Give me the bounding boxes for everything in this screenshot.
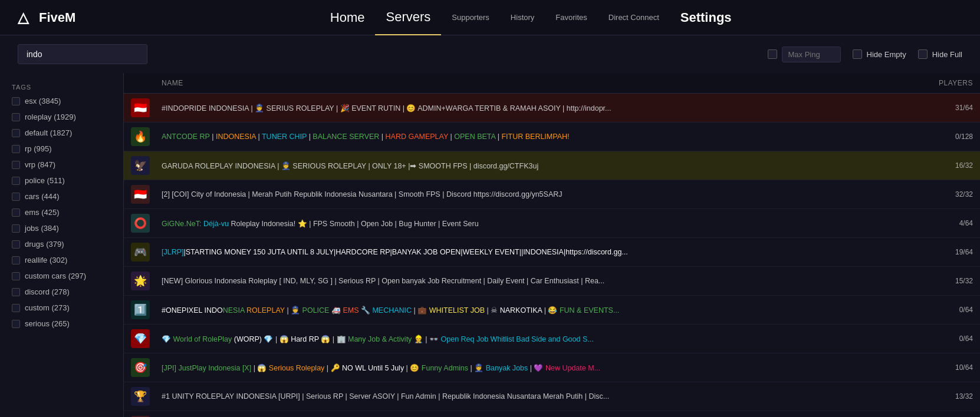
sidebar-checkbox[interactable] — [12, 288, 20, 296]
server-table: name players 🇮🇩 #INDOPRIDE INDONESIA | 👮… — [124, 73, 980, 417]
max-ping-input[interactable] — [782, 47, 841, 62]
sidebar-item[interactable]: reallife (302) — [0, 252, 123, 268]
col-icon — [131, 79, 154, 87]
server-players: 13/32 — [920, 392, 973, 401]
nav-servers[interactable]: Servers — [375, 0, 441, 35]
sidebar-item[interactable]: cars (444) — [0, 188, 123, 204]
max-ping-filter — [768, 47, 841, 62]
sidebar-item-label: jobs (384) — [25, 224, 59, 233]
sidebar-item-label: discord (278) — [25, 287, 70, 296]
sidebar-item[interactable]: custom cars (297) — [0, 268, 123, 284]
sidebar-checkbox[interactable] — [12, 320, 20, 328]
sidebar-header: tags — [0, 79, 123, 93]
server-players: 32/32 — [920, 190, 973, 198]
filter-group: Hide Empty Hide Full — [768, 47, 963, 62]
sidebar-checkbox[interactable] — [12, 304, 20, 312]
sidebar-item[interactable]: default (1827) — [0, 125, 123, 141]
logo: △ FiveM — [18, 9, 75, 26]
sidebar-item[interactable]: rp (995) — [0, 141, 123, 157]
table-row[interactable]: 🌟 [NEW] Glorious Indonesia Roleplay [ IN… — [124, 267, 980, 296]
sidebar-checkbox[interactable] — [12, 145, 20, 153]
sidebar-checkbox[interactable] — [12, 224, 20, 233]
server-name: [JPI] JustPlay Indonesia [X] | 😱 Serious… — [154, 363, 920, 372]
nav-settings[interactable]: Settings — [670, 0, 742, 35]
sidebar-item[interactable]: ems (425) — [0, 204, 123, 220]
server-name: #ONEPIXEL INDONESIA ROLEPLAY | 👮 POLICE … — [154, 306, 920, 315]
table-row[interactable]: 🦅 GARUDA ROLEPLAY INDONESIA | 👮 SERIOUS … — [124, 151, 980, 180]
table-row[interactable]: 💎 💎 World of RolePlay (WORP) 💎 | 😱 Hard … — [124, 325, 980, 353]
sidebar-checkbox[interactable] — [12, 272, 20, 280]
sidebar-item-label: vrp (847) — [25, 160, 55, 169]
server-name: #1 UNITY ROLEPLAY INDONESIA [URPI] | Ser… — [154, 392, 920, 401]
sidebar-item[interactable]: drugs (379) — [0, 236, 123, 252]
table-row[interactable]: 🇮🇩 #INDOPRIDE INDONESIA | 👮 SERIUS ROLEP… — [124, 94, 980, 123]
sidebar-checkbox[interactable] — [12, 256, 20, 264]
nav-history[interactable]: History — [500, 0, 545, 35]
header: △ FiveM Home Servers Supporters History … — [0, 0, 980, 35]
sidebar-item-label: serious (265) — [25, 319, 70, 328]
nav-home[interactable]: Home — [320, 0, 376, 35]
sidebar-item[interactable]: police (511) — [0, 173, 123, 188]
main-content: tags esx (3845)roleplay (1929)default (1… — [0, 73, 980, 417]
server-icon: 🔥 — [131, 127, 150, 146]
server-players: 0/64 — [920, 306, 973, 314]
server-icon: 🇮🇩 — [131, 98, 150, 117]
server-name: GARUDA ROLEPLAY INDONESIA | 👮 SERIOUS RO… — [154, 161, 920, 170]
server-icon: 🎮 — [131, 243, 150, 262]
nav-supporters[interactable]: Supporters — [441, 0, 500, 35]
server-players: 15/32 — [920, 277, 973, 285]
table-row[interactable]: ⭕ GiGNe.NeT: Déjà-vu Roleplay Indonesia!… — [124, 209, 980, 238]
table-row[interactable]: 🔥 ANTCODE RP | INDONESIA | TUNER CHIP | … — [124, 123, 980, 151]
sidebar-checkbox[interactable] — [12, 193, 20, 201]
table-row[interactable]: 1️⃣ #ONEPIXEL INDONESIA ROLEPLAY | 👮 POL… — [124, 296, 980, 325]
table-row[interactable]: 🇮🇩 NUSANTARA ROLEPLAY | NON-WHITELIST - … — [124, 411, 980, 417]
sidebar-item[interactable]: jobs (384) — [0, 220, 123, 236]
server-players: 0/64 — [920, 335, 973, 343]
server-players: 4/64 — [920, 219, 973, 227]
sidebar-checkbox[interactable] — [12, 97, 20, 105]
sidebar-item-label: esx (3845) — [25, 97, 61, 105]
hide-empty-label: Hide Empty — [867, 50, 906, 59]
sidebar-item-label: roleplay (1929) — [25, 112, 76, 121]
server-players: 10/64 — [920, 363, 973, 372]
server-name: GiGNe.NeT: Déjà-vu Roleplay Indonesia! ⭐… — [154, 219, 920, 228]
sidebar-checkbox[interactable] — [12, 240, 20, 249]
main-nav: Home Servers Supporters History Favorite… — [99, 0, 962, 35]
hide-empty-checkbox[interactable] — [853, 49, 862, 59]
hide-full-checkbox[interactable] — [918, 49, 928, 59]
server-icon: 🌟 — [131, 272, 150, 290]
sidebar: tags esx (3845)roleplay (1929)default (1… — [0, 73, 124, 417]
sidebar-item-label: custom cars (297) — [25, 272, 86, 280]
search-input[interactable]: indo — [18, 44, 147, 64]
server-players: 0/128 — [920, 133, 973, 141]
sidebar-checkbox[interactable] — [12, 208, 20, 217]
server-icon: 🦅 — [131, 156, 150, 175]
sidebar-checkbox[interactable] — [12, 129, 20, 137]
table-row[interactable]: 🏆 #1 UNITY ROLEPLAY INDONESIA [URPI] | S… — [124, 382, 980, 411]
server-icon: 1️⃣ — [131, 300, 150, 319]
sidebar-item[interactable]: serious (265) — [0, 316, 123, 332]
table-row[interactable]: 🎯 [JPI] JustPlay Indonesia [X] | 😱 Serio… — [124, 353, 980, 382]
col-players: players — [920, 79, 973, 87]
sidebar-item[interactable]: custom (273) — [0, 300, 123, 316]
max-ping-checkbox[interactable] — [768, 49, 777, 59]
sidebar-checkbox[interactable] — [12, 177, 20, 185]
hide-empty-filter: Hide Empty — [853, 49, 906, 59]
sidebar-item[interactable]: vrp (847) — [0, 157, 123, 173]
server-icon: ⭕ — [131, 214, 150, 233]
server-name: ANTCODE RP | INDONESIA | TUNER CHIP | BA… — [154, 133, 920, 141]
sidebar-checkbox[interactable] — [12, 161, 20, 169]
table-row[interactable]: 🇮🇩 [2] [COI] City of Indonesia | Merah P… — [124, 180, 980, 209]
sidebar-item-label: police (511) — [25, 176, 65, 185]
table-row[interactable]: 🎮 [JLRP]|STARTING MONEY 150 JUTA UNTIL 8… — [124, 238, 980, 267]
table-header: name players — [124, 73, 980, 94]
sidebar-item[interactable]: esx (3845) — [0, 93, 123, 109]
sidebar-checkbox[interactable] — [12, 113, 20, 121]
nav-favorites[interactable]: Favorites — [545, 0, 597, 35]
sidebar-item-label: reallife (302) — [25, 256, 67, 264]
sidebar-item-label: custom (273) — [25, 303, 70, 312]
sidebar-item[interactable]: discord (278) — [0, 284, 123, 300]
server-name: 💎 World of RolePlay (WORP) 💎 | 😱 Hard RP… — [154, 335, 920, 343]
nav-direct-connect[interactable]: Direct Connect — [598, 0, 670, 35]
sidebar-item[interactable]: roleplay (1929) — [0, 109, 123, 125]
